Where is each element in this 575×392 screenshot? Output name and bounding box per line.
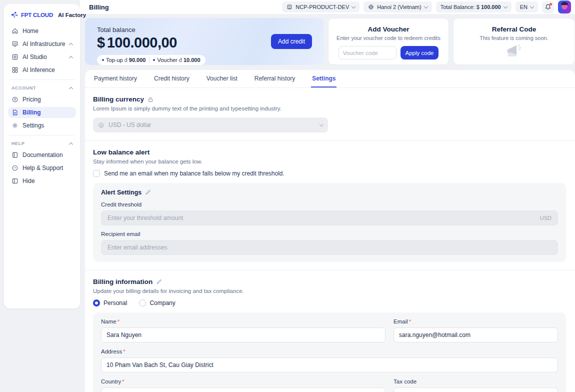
address-input[interactable]	[101, 358, 558, 372]
sidebar-divider	[9, 80, 75, 80]
building-icon	[286, 4, 292, 10]
tax-code-input[interactable]	[394, 388, 558, 392]
country-select[interactable]: Vietnam	[101, 388, 386, 392]
sidebar-item-hide[interactable]: Hide	[8, 176, 76, 186]
alert-settings-panel: Alert Settings Credit threshold Enter yo…	[93, 183, 566, 262]
sidebar-item-ai-infrastructure[interactable]: AI Infrastructure	[8, 38, 76, 50]
sidebar-item-billing[interactable]: Billing	[8, 107, 76, 118]
project-name: NCP-PRODUCT-DEV	[296, 4, 349, 10]
sidebar-item-label: Help & Support	[22, 164, 63, 172]
chevron-down-icon	[352, 4, 356, 8]
sidebar-section-help[interactable]: HELP	[8, 140, 76, 148]
grid-icon	[12, 66, 18, 74]
billing-currency-section: Billing currency Lorem Ipsum is simply d…	[93, 88, 566, 132]
credit-threshold-label: Credit threshold	[101, 202, 558, 208]
notification-badge	[550, 3, 552, 6]
tab-voucher-list[interactable]: Voucher list	[206, 70, 238, 88]
sidebar-item-label: AI Infrastructure	[22, 40, 65, 48]
svg-text:$: $	[100, 123, 102, 126]
required-marker: *	[123, 348, 125, 354]
sidebar-item-label: Home	[22, 28, 38, 34]
tab-referral-history[interactable]: Referral history	[254, 70, 296, 88]
radio-company[interactable]: Company	[139, 300, 175, 306]
monitor-chart-icon	[12, 40, 18, 48]
chevron-up-icon	[69, 42, 73, 46]
address-label: Address	[101, 348, 122, 354]
language-selector[interactable]: EN	[516, 2, 538, 12]
threshold-unit: USD	[540, 215, 552, 221]
sidebar-item-help-support[interactable]: ? Help & Support	[8, 162, 76, 174]
voucher-value: 10.000	[184, 57, 200, 63]
billing-information-title: Billing information	[93, 278, 152, 286]
billing-info-form: Name* Email* Address* Country* Vietnam	[93, 312, 566, 392]
email-alert-checkbox[interactable]	[93, 170, 100, 177]
recipient-email-input: Enter email addresses	[101, 240, 558, 255]
email-input[interactable]	[394, 328, 558, 342]
radio-personal-control[interactable]	[93, 300, 100, 306]
low-balance-subtitle: Stay informed when your balance gets low…	[93, 158, 566, 164]
dollar-circle-icon: $	[12, 96, 18, 103]
header-controls: NCP-PRODUCT-DEV Hanoi 2 (Vietnam) Total …	[282, 0, 571, 14]
radio-company-control[interactable]	[139, 300, 146, 306]
voucher-code-input[interactable]	[338, 46, 396, 60]
tab-settings[interactable]: Settings	[311, 70, 336, 88]
currency-symbol: $	[97, 34, 105, 50]
referral-card-subtitle: This feature is coming soon.	[480, 35, 548, 41]
required-marker: *	[409, 318, 411, 324]
name-field: Name*	[101, 318, 386, 342]
sidebar-item-label: Settings	[22, 122, 44, 129]
email-placeholder: Enter email addresses	[108, 244, 167, 251]
notifications-button[interactable]	[542, 1, 554, 13]
total-balance-dropdown[interactable]: Total Balance: $ 100.000	[436, 2, 512, 12]
balance-title: Total balance	[97, 26, 312, 34]
sidebar: FPT CLOUD AI Factory Home AI Infrastruct…	[4, 4, 80, 308]
sidebar-item-documentation[interactable]: Documentation	[8, 150, 76, 160]
address-field: Address*	[101, 348, 558, 372]
tab-payment-history[interactable]: Payment history	[93, 70, 138, 88]
sidebar-item-ai-inference[interactable]: AI Inference	[8, 64, 76, 76]
credit-threshold-input: Enter your threshold amount USD	[101, 210, 558, 226]
avatar[interactable]	[558, 0, 571, 14]
sidebar-item-label: Hide	[22, 178, 35, 184]
pencil-icon[interactable]	[156, 279, 162, 285]
dong-symbol: đ	[179, 57, 182, 63]
billing-settings-panel: Payment history Credit history Voucher l…	[85, 70, 575, 392]
sidebar-item-home[interactable]: Home	[8, 26, 76, 36]
billing-page: FPT CLOUD AI Factory Home AI Infrastruct…	[0, 0, 575, 392]
bullet-dot	[153, 59, 155, 61]
brand-logo[interactable]: FPT CLOUD AI Factory	[8, 9, 76, 24]
sidebar-item-pricing[interactable]: $ Pricing	[8, 94, 76, 105]
radio-company-label: Company	[150, 300, 175, 306]
sidebar-item-ai-studio[interactable]: AI Studio	[8, 52, 76, 62]
add-credit-button[interactable]: Add credit	[271, 34, 312, 49]
email-label: Email	[394, 318, 408, 324]
recipient-email-label: Recipient email	[101, 231, 558, 237]
currency-select: $ USD - US dollar	[93, 118, 328, 132]
name-input[interactable]	[101, 328, 386, 342]
sidebar-item-label: Documentation	[22, 152, 63, 158]
low-balance-title: Low balance alert	[93, 148, 150, 156]
alert-settings-title: Alert Settings	[101, 189, 142, 196]
sidebar-section-account[interactable]: ACCOUNT	[8, 84, 76, 92]
add-voucher-card: Add Voucher Enter your voucher code to r…	[328, 18, 449, 65]
region-selector[interactable]: Hanoi 2 (Vietnam)	[364, 2, 432, 12]
lock-icon	[148, 96, 154, 102]
tab-credit-history[interactable]: Credit history	[153, 70, 190, 88]
house-icon	[12, 28, 18, 34]
sidebar-item-label: Billing	[22, 109, 41, 116]
page-title: Billing	[89, 4, 109, 11]
gear-icon	[12, 122, 18, 129]
chevron-up-icon	[69, 142, 73, 146]
region-name: Hanoi 2 (Vietnam)	[377, 4, 421, 10]
apply-code-button[interactable]: Apply code	[400, 46, 439, 60]
required-marker: *	[118, 318, 120, 324]
pencil-icon[interactable]	[145, 190, 151, 196]
project-selector[interactable]: NCP-PRODUCT-DEV	[282, 2, 360, 12]
amount-value: 100.000,00	[107, 34, 177, 50]
radio-personal[interactable]: Personal	[93, 300, 127, 306]
sidebar-item-settings[interactable]: Settings	[8, 120, 76, 131]
billing-currency-subtitle: Lorem Ipsum is simply dummy text of the …	[93, 106, 566, 112]
book-icon	[12, 152, 18, 158]
pill-divider	[149, 57, 150, 63]
section-label: HELP	[12, 141, 24, 146]
